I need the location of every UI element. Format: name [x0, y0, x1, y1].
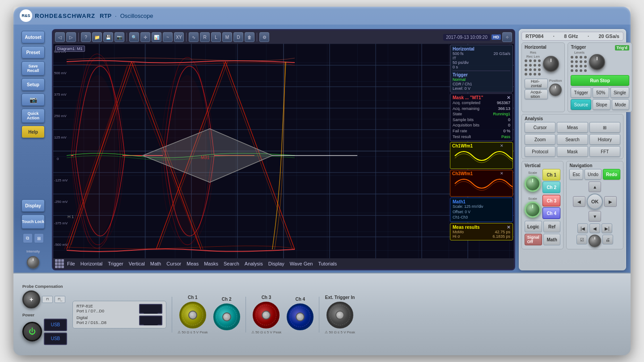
- display-button[interactable]: Display: [21, 199, 45, 212]
- floppy-icon[interactable]: 💾: [103, 32, 113, 42]
- menu-grid-icon[interactable]: [55, 259, 64, 268]
- ref-btn[interactable]: Ref: [543, 221, 561, 232]
- quick-action-button[interactable]: Quick Action: [21, 109, 45, 123]
- nav-icon-2[interactable]: ◀: [589, 223, 600, 233]
- menu-meas[interactable]: Meas: [184, 260, 201, 267]
- ch4-bnc-connector[interactable]: [287, 303, 314, 330]
- ch3-scale-knob[interactable]: [525, 202, 541, 218]
- wave-icon[interactable]: ∿: [189, 32, 199, 42]
- menu-display[interactable]: Display: [266, 260, 287, 267]
- probe-connector[interactable]: [22, 290, 40, 308]
- menu-file[interactable]: File: [65, 260, 77, 267]
- mask-icon[interactable]: M: [222, 32, 232, 42]
- decode-icon[interactable]: D: [233, 32, 243, 42]
- nav-icon-4[interactable]: ☑: [576, 235, 587, 244]
- ch1-button[interactable]: Ch 1: [542, 169, 560, 181]
- meas-btn[interactable]: Meas: [557, 122, 588, 133]
- meas-close-icon[interactable]: ✕: [507, 225, 510, 230]
- mask-btn[interactable]: Mask: [557, 146, 588, 157]
- trigger-50pct-btn[interactable]: 50%: [593, 87, 609, 98]
- nav-up-btn[interactable]: ▲: [589, 181, 601, 192]
- ch1-scale-knob[interactable]: [525, 176, 541, 192]
- menu-wave-gen[interactable]: Wave Gen: [288, 260, 315, 267]
- fft-icon[interactable]: ~: [163, 32, 173, 42]
- autoset-button[interactable]: Autoset: [21, 31, 45, 43]
- menu-vertical[interactable]: Vertical: [127, 260, 147, 267]
- nav-right-btn[interactable]: ▶: [604, 196, 617, 207]
- ch1-wave-close-icon[interactable]: ✕: [500, 143, 504, 148]
- xy-icon[interactable]: XY: [174, 32, 184, 42]
- nav-icon-5[interactable]: 🖨: [602, 235, 613, 244]
- menu-search[interactable]: Search: [221, 260, 242, 267]
- cursor-btn[interactable]: Cursor: [525, 122, 555, 133]
- ch2-button[interactable]: Ch 2: [542, 181, 560, 193]
- forward-icon[interactable]: ▷: [66, 32, 76, 42]
- mask-close-icon[interactable]: ✕: [507, 95, 510, 100]
- logic-icon[interactable]: L: [211, 32, 221, 42]
- acquisition-btn[interactable]: Acqui-sition: [525, 89, 548, 99]
- power-button[interactable]: ⏻: [22, 322, 42, 341]
- settings-icon[interactable]: ⚙: [259, 32, 269, 42]
- folder-icon[interactable]: 📁: [92, 32, 102, 42]
- menu-tutorials[interactable]: Tutorials: [316, 260, 339, 267]
- signal-off-btn[interactable]: SignalOff: [525, 234, 542, 245]
- screenshot-icon[interactable]: 📷: [114, 32, 124, 42]
- mode-btn[interactable]: Mode: [612, 99, 629, 110]
- delete-icon[interactable]: 🗑: [245, 32, 254, 42]
- nav-icon-3[interactable]: ▶|: [602, 223, 612, 233]
- undo-btn[interactable]: Undo: [585, 169, 602, 180]
- nav-left-btn[interactable]: ◀: [573, 196, 585, 207]
- help-button[interactable]: Help: [21, 126, 45, 138]
- history-btn[interactable]: History: [589, 134, 620, 145]
- back-icon[interactable]: ◁: [55, 32, 65, 42]
- menu-cursor[interactable]: Cursor: [164, 260, 183, 267]
- menu-masks[interactable]: Masks: [202, 260, 220, 267]
- preset-button[interactable]: Preset: [21, 46, 45, 59]
- slope-btn[interactable]: Slope: [593, 99, 610, 110]
- cursor-icon[interactable]: ✛: [140, 32, 150, 42]
- trigger-btn[interactable]: Trigger: [571, 87, 591, 98]
- ch3-button[interactable]: Ch 3: [542, 195, 560, 206]
- ch3-bnc-connector[interactable]: [253, 302, 280, 328]
- single-btn[interactable]: Single: [610, 87, 629, 98]
- menu-horizontal[interactable]: Horizontal: [78, 260, 105, 267]
- math-btn[interactable]: Math: [543, 234, 561, 245]
- camera-button[interactable]: 📷: [21, 93, 45, 106]
- esc-btn[interactable]: Esc: [569, 169, 583, 180]
- nav-icon-1[interactable]: |◀: [577, 223, 588, 233]
- run-stop-button[interactable]: Run Stop: [571, 75, 629, 86]
- menu-analysis[interactable]: Analysis: [242, 260, 265, 267]
- nav-scroll-knob[interactable]: [589, 235, 601, 247]
- nav-down-btn[interactable]: ▼: [589, 211, 601, 222]
- save-recall-button[interactable]: Save Recall: [21, 61, 45, 76]
- zoom-icon[interactable]: 🔍: [129, 32, 139, 42]
- logic-btn[interactable]: Logic: [525, 221, 542, 232]
- touch-lock-button[interactable]: Touch Lock: [21, 215, 45, 229]
- source-btn[interactable]: Source: [571, 99, 591, 110]
- menu-trigger[interactable]: Trigger: [106, 260, 125, 267]
- fft-btn[interactable]: FFT: [589, 146, 620, 157]
- options-icon[interactable]: ✧: [502, 32, 512, 42]
- help-icon[interactable]: ?: [81, 32, 91, 42]
- zoom-btn[interactable]: Zoom: [525, 134, 555, 145]
- grid-btn[interactable]: ⊞: [589, 122, 620, 133]
- ch2-bnc-connector[interactable]: [213, 303, 240, 330]
- search-btn[interactable]: Search: [557, 134, 588, 145]
- intensity-knob[interactable]: [27, 256, 39, 269]
- protocol-btn[interactable]: Protocol: [525, 146, 555, 157]
- ext-trigger-connector[interactable]: [326, 302, 353, 328]
- ok-btn[interactable]: OK: [587, 194, 603, 210]
- trigger-level-knob[interactable]: [589, 54, 605, 70]
- horizontal-position-knob[interactable]: [549, 84, 562, 96]
- horizontal-btn[interactable]: Hori-zontal: [525, 79, 548, 88]
- menu-math[interactable]: Math: [148, 260, 163, 267]
- ch4-button[interactable]: Ch 4: [542, 207, 560, 219]
- meas-icon[interactable]: 📊: [152, 32, 161, 42]
- ch1-bnc-connector[interactable]: [179, 302, 206, 328]
- horizontal-timebase-knob[interactable]: [543, 56, 559, 72]
- redo-btn[interactable]: Redo: [603, 169, 620, 180]
- setup-button[interactable]: Setup: [21, 78, 45, 91]
- oscilloscope-display[interactable]: M31 H 1 625 mV 500 mV 375 mV 250 mV 125 …: [53, 44, 514, 258]
- ch3-wave-close-icon[interactable]: ✕: [500, 171, 504, 176]
- ref-icon[interactable]: R: [200, 32, 210, 42]
